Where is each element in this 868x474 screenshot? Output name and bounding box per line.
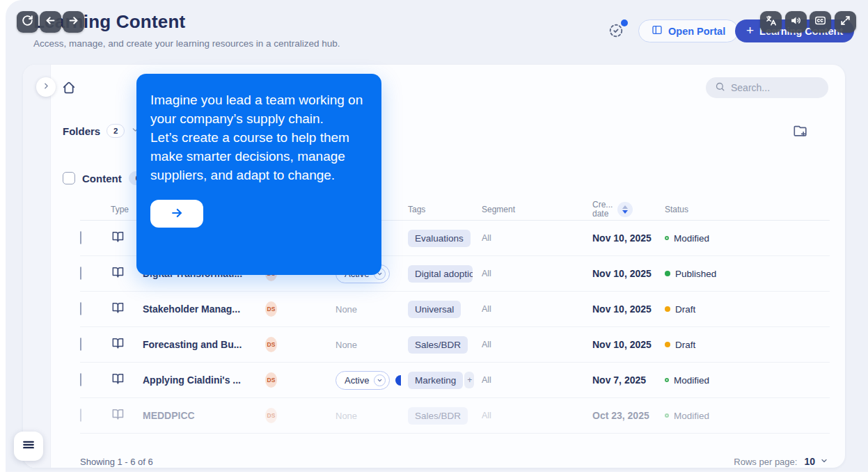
home-button[interactable] [61,80,78,97]
translate-icon [765,15,777,29]
collapsed-sidebar [23,65,51,468]
row-checkbox[interactable] [80,409,81,422]
segment-value: All [482,233,592,243]
expand-icon [839,15,851,29]
table-row[interactable]: Applying Cialdini's ... DS Active Market… [80,363,830,398]
captions-icon [814,15,826,29]
status-dot [665,236,669,240]
created-date: Nov 10, 2025 [592,268,665,279]
row-checkbox[interactable] [80,373,81,386]
segment-value: All [482,269,592,278]
chevron-down-icon [374,374,386,386]
content-name[interactable]: MEDDPICC [143,410,265,421]
tags-cell: Sales/BDR [408,336,482,354]
table-row[interactable]: Stakeholder Manag... DS None Universal A… [80,292,830,327]
tag-chip: Universal [408,301,461,318]
status-label: Published [675,269,716,279]
notification-dot [621,19,628,26]
row-checkbox[interactable] [80,302,81,315]
created-date: Nov 10, 2025 [592,339,665,350]
new-folder-button[interactable] [793,123,809,139]
open-portal-button[interactable]: Open Portal [638,19,739,42]
tag-chip: Evaluations [408,230,471,247]
sort-desc-icon [622,210,628,214]
panel-icon [652,24,663,38]
status-label: Draft [675,340,695,350]
row-checkbox[interactable] [80,231,81,244]
pending-status-button[interactable] [608,23,626,41]
folders-count-badge: 2 [106,124,125,138]
status-dot [665,271,670,276]
row-checkbox[interactable] [80,338,81,351]
state-label: Active [345,375,369,386]
owner-avatar: DS [265,408,277,423]
course-type-icon [111,407,143,424]
tags-cell: Evaluations [408,230,482,247]
pagination-summary: Showing 1 - 6 of 6 [80,457,153,467]
created-date: Oct 23, 2025 [592,410,665,421]
arrow-right-icon [68,15,79,29]
segment-value: All [482,304,592,314]
captions-button[interactable] [810,11,831,33]
rows-per-page-select[interactable]: 10 [804,456,828,467]
tooltip-next-button[interactable] [150,200,203,228]
content-name[interactable]: Stakeholder Manag... [143,303,265,315]
rows-per-page-label: Rows per page: [734,457,797,467]
content-label: Content [82,173,122,184]
history-check-icon [608,29,624,40]
created-date: Nov 10, 2025 [592,303,665,315]
open-portal-label: Open Portal [668,26,725,37]
arrow-left-icon [45,15,56,29]
status-dropdown[interactable]: Active [336,371,390,390]
content-name[interactable]: Forecasting and Bu... [143,339,265,350]
header-segment: Segment [482,205,592,214]
tag-chip: Sales/BDR [408,407,468,425]
status-dot [665,306,670,312]
row-checkbox[interactable] [80,267,81,280]
search-input[interactable] [731,82,819,93]
sort-by-date-button[interactable] [617,202,633,217]
table-row[interactable]: Forecasting and Bu... DS None Sales/BDR … [80,327,830,363]
page-subtitle: Access, manage, and create your learning… [33,38,340,49]
tag-overflow-chip: + [464,372,474,388]
sort-asc-icon [622,205,628,209]
fullscreen-button[interactable] [835,11,856,33]
cursor-artifact [395,375,401,386]
status-dot [665,378,669,382]
status-label: Modified [674,375,709,386]
menu-button[interactable] [14,432,43,461]
table-row[interactable]: MEDDPICC DS None Sales/BDR All Oct 23, 2… [80,398,830,434]
speaker-icon [790,15,802,29]
refresh-button[interactable] [17,11,38,33]
course-type-icon [111,301,143,317]
forward-button[interactable] [63,11,84,33]
tags-cell: Sales/BDR [408,407,482,425]
status-dot [665,413,669,418]
state-none: None [336,340,357,350]
header-status: Status [665,205,830,214]
folders-label: Folders [63,125,100,137]
owner-avatar: DS [265,301,277,317]
tags-cell: Marketing+ [408,372,482,389]
audio-button[interactable] [785,11,807,33]
expand-panel-button[interactable] [36,77,56,97]
back-button[interactable] [40,11,61,33]
status-label: Modified [674,233,709,244]
search-box[interactable] [706,77,828,98]
created-date: Nov 10, 2025 [592,232,665,244]
header-tags: Tags [408,205,482,214]
chevron-right-icon [42,81,51,93]
tag-chip: Marketing [408,372,463,389]
tooltip-paragraph-1: Imagine you lead a team working on your … [150,90,366,128]
translate-button[interactable] [760,11,782,33]
course-type-icon [111,372,143,388]
onboarding-tooltip: Imagine you lead a team working on your … [136,74,381,275]
status-dot [665,342,670,347]
refresh-icon [22,15,33,29]
created-date: Nov 7, 2025 [592,374,665,386]
owner-avatar: DS [265,337,277,352]
content-name[interactable]: Applying Cialdini's ... [143,374,265,386]
select-all-checkbox[interactable] [63,172,75,184]
folder-plus-icon [793,129,808,141]
home-icon [61,86,77,97]
